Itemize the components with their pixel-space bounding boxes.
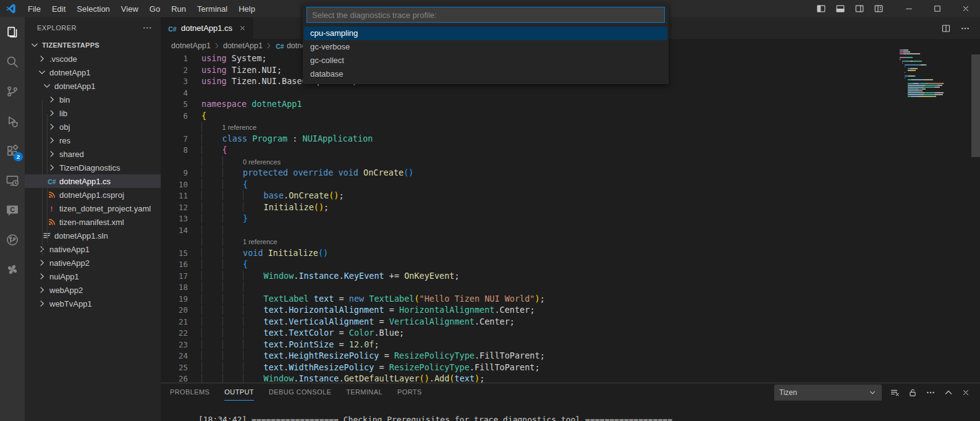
unlock-icon[interactable] <box>908 388 918 398</box>
layout-sidebar-left-icon[interactable] <box>816 4 826 14</box>
codelens-reference[interactable]: 0 references <box>243 158 281 166</box>
layout-customize-icon[interactable] <box>874 4 884 14</box>
code-line: 24 text.HeightResizePolicy = ResizePolic… <box>161 350 971 362</box>
tree-indent-guide <box>42 100 43 256</box>
code-line: 7 class Program : NUIApplication <box>161 133 971 145</box>
tree-item-bin[interactable]: bin <box>25 93 161 106</box>
menu-edit[interactable]: Edit <box>46 2 71 15</box>
menu-terminal[interactable]: Terminal <box>192 2 233 15</box>
code-line: 20 text.HorizontalAlignment = Horizontal… <box>161 304 971 316</box>
minimize-button[interactable] <box>895 0 923 17</box>
tab-label: dotnetApp1.cs <box>181 23 232 33</box>
menu-file[interactable]: File <box>22 2 46 15</box>
panel-tab-debug-console[interactable]: DEBUG CONSOLE <box>269 385 331 401</box>
output-channel-select[interactable]: Tizen <box>774 385 882 401</box>
activity-item-search[interactable] <box>0 47 25 77</box>
tree-item-nativeapp2[interactable]: nativeApp2 <box>25 256 161 270</box>
code-line: 22 text.TextColor = Color.Blue; <box>161 327 971 339</box>
activity-item-remote-explorer[interactable] <box>0 166 25 195</box>
tree-item-nativeapp1[interactable]: nativeApp1 <box>25 242 161 256</box>
tree-item-dotnetapp1-sln[interactable]: dotnetApp1.sln <box>25 229 161 242</box>
close-window-button[interactable] <box>952 0 980 17</box>
code-line: 23 text.PointSize = 12.0f; <box>161 339 971 351</box>
chevron-right-icon <box>47 149 57 159</box>
quick-pick-item-cpu-sampling[interactable]: cpu-sampling <box>304 27 667 40</box>
chevron-down-icon <box>868 388 877 397</box>
close-panel-icon[interactable] <box>961 388 970 397</box>
chevron-right-icon <box>213 41 221 50</box>
tree-item-dotnetapp1[interactable]: dotnetApp1 <box>25 79 161 93</box>
code-line: 11 base.OnCreate(); <box>161 190 971 202</box>
menu-view[interactable]: View <box>116 2 144 15</box>
csharp-file-icon: C# <box>47 176 57 186</box>
tree-item-tizendiagnostics[interactable]: TizenDiagnostics <box>25 161 161 174</box>
explorer-icon <box>6 25 19 39</box>
quick-pick-item-database[interactable]: database <box>304 67 667 81</box>
code-line: 13 } <box>161 213 971 224</box>
editor-more-actions-icon[interactable] <box>960 23 970 33</box>
tree-item-tizen-manifest-xml[interactable]: tizen-manifest.xml <box>25 215 161 229</box>
quick-pick-item-gc-verbose[interactable]: gc-verbose <box>304 40 667 54</box>
codelens-reference[interactable]: 1 reference <box>222 124 257 131</box>
breadcrumb-item[interactable]: dotnetApp1 <box>223 41 263 50</box>
menu-run[interactable]: Run <box>166 2 192 15</box>
tree-item-nuiapp1[interactable]: nuiApp1 <box>25 270 161 283</box>
tree-item-res[interactable]: res <box>25 134 161 147</box>
menu-selection[interactable]: Selection <box>71 2 115 15</box>
panel-tab-problems[interactable]: PROBLEMS <box>170 385 209 401</box>
clear-output-icon[interactable] <box>890 388 900 398</box>
activity-item-explorer[interactable] <box>0 17 25 47</box>
activity-item-csharp-chat[interactable]: C <box>0 195 25 225</box>
line-number: 24 <box>161 351 188 362</box>
panel-tab-terminal[interactable]: TERMINAL <box>346 385 382 401</box>
activity-item-circle-branch[interactable] <box>0 225 25 255</box>
tree-item-webapp2[interactable]: webApp2 <box>25 283 161 297</box>
sidebar-more-actions-icon[interactable]: ⋯ <box>143 25 153 31</box>
tree-item-dotnetapp1[interactable]: dotnetApp1 <box>25 66 161 79</box>
tree-root-tizentestapps[interactable]: TIZENTESTAPPS <box>25 38 161 52</box>
activity-item-run-debug[interactable] <box>0 106 25 136</box>
quick-pick-input[interactable] <box>306 7 665 23</box>
panel-tab-ports[interactable]: PORTS <box>397 385 422 401</box>
tree-item-tizen-dotnet-project-yaml[interactable]: !tizen_dotnet_project.yaml <box>25 202 161 215</box>
panel-tab-output[interactable]: OUTPUT <box>224 385 254 401</box>
line-number: 26 <box>161 373 188 383</box>
codelens-reference[interactable]: 1 reference <box>243 238 277 245</box>
tab-close-icon[interactable] <box>239 24 247 32</box>
chevron-right-icon <box>37 258 47 268</box>
tree-item-dotnetapp1-csproj[interactable]: dotnetApp1.csproj <box>25 188 161 202</box>
split-editor-icon[interactable] <box>941 23 951 33</box>
panel-tabs: PROBLEMSOUTPUTDEBUG CONSOLETERMINALPORTS <box>170 385 437 401</box>
layout-sidebar-right-icon[interactable] <box>855 4 864 14</box>
tree-item-lib[interactable]: lib <box>25 106 161 120</box>
quick-pick-item-gc-collect[interactable]: gc-collect <box>304 54 667 67</box>
tree-item-shared[interactable]: shared <box>25 147 161 161</box>
breadcrumb-item[interactable]: dotnetApp1 <box>171 41 211 50</box>
code-editor[interactable]: 1using System;2using Tizen.NUI;3using Ti… <box>161 53 971 383</box>
line-number: 2 <box>161 65 188 77</box>
vscode-logo-icon <box>0 3 22 14</box>
scrollbar-thumb[interactable] <box>971 54 980 157</box>
layout-panel-icon[interactable] <box>835 4 845 14</box>
tree-item-webtvapp1[interactable]: webTvApp1 <box>25 297 161 310</box>
minimap[interactable] <box>900 49 970 98</box>
output-channel-value: Tizen <box>779 388 797 397</box>
activity-item-tizen-pinwheel[interactable] <box>0 255 25 284</box>
code-line: 4 <box>161 87 971 99</box>
code-line: 17 Window.Instance.KeyEvent += OnKeyEven… <box>161 270 971 282</box>
activity-item-extensions[interactable]: 2 <box>0 136 25 166</box>
csharp-file-icon: C# <box>275 41 285 51</box>
output-line: [18:34:42] ================== Checking P… <box>198 415 672 421</box>
tree-item-obj[interactable]: obj <box>25 120 161 134</box>
activity-item-source-control[interactable] <box>0 77 25 106</box>
tree-item--vscode[interactable]: .vscode <box>25 52 161 66</box>
maximize-panel-icon[interactable] <box>944 388 953 398</box>
tree-item-dotnetapp1-cs[interactable]: C#dotnetApp1.cs <box>25 174 161 188</box>
menu-go[interactable]: Go <box>144 2 166 15</box>
tab-dotnetapp1-cs[interactable]: C# dotnetApp1.cs <box>161 17 253 39</box>
maximize-button[interactable] <box>923 0 952 17</box>
menu-help[interactable]: Help <box>233 2 261 15</box>
chevron-right-icon <box>47 163 57 172</box>
code-line: 12 Initialize(); <box>161 202 971 213</box>
panel-more-actions-icon[interactable] <box>926 388 936 398</box>
